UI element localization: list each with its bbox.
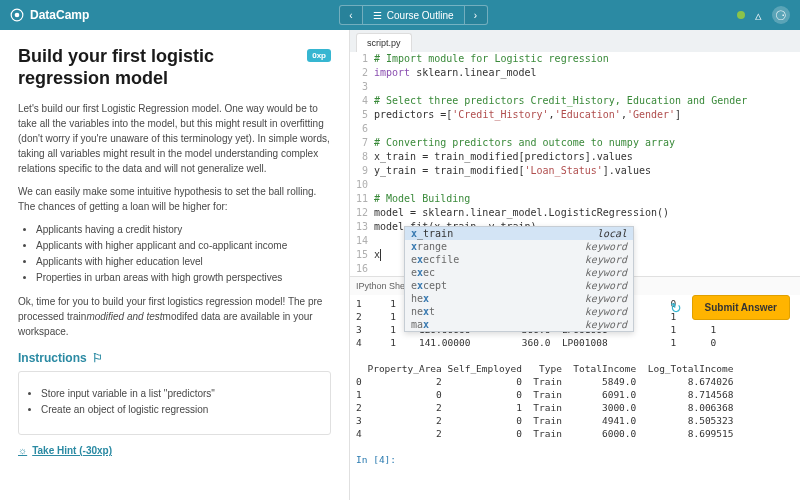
line-number: 11 xyxy=(350,192,374,206)
line-number: 5 xyxy=(350,108,374,122)
bulb-icon: ☼ xyxy=(18,445,27,456)
code-panel: script.py 1# Import module for Logistic … xyxy=(350,30,800,500)
line-number: 16 xyxy=(350,262,374,276)
line-number: 12 xyxy=(350,206,374,220)
list-item: Applicants with higher applicant and co-… xyxy=(36,238,331,254)
code-line[interactable]: 9y_train = train_modified['Loan_Status']… xyxy=(350,164,800,178)
line-number: 10 xyxy=(350,178,374,192)
autocomplete-item[interactable]: execkeyword xyxy=(405,266,633,279)
course-outline-label: Course Outline xyxy=(387,10,454,21)
instructions-heading: Instructions ⚐ xyxy=(18,351,331,365)
datacamp-logo-icon xyxy=(10,8,24,22)
flag-icon: ⚐ xyxy=(92,351,103,365)
list-item: Applicants with higher education level xyxy=(36,254,331,270)
topbar: DataCamp ‹ ☰ Course Outline › ▵ ⚆ xyxy=(0,0,800,30)
brand[interactable]: DataCamp xyxy=(10,8,89,22)
autocomplete-item[interactable]: exceptkeyword xyxy=(405,279,633,292)
line-number: 15 xyxy=(350,248,374,262)
take-hint-link[interactable]: ☼ Take Hint (-30xp) xyxy=(18,445,331,456)
xp-badge: 0xp xyxy=(307,49,331,62)
list-item: Properties in urban areas with high grow… xyxy=(36,270,331,286)
status-indicator-icon xyxy=(737,11,745,19)
line-number: 8 xyxy=(350,150,374,164)
line-number: 3 xyxy=(350,80,374,94)
list-item: Applicants having a credit history xyxy=(36,222,331,238)
lesson-panel: Build your first logistic regression mod… xyxy=(0,30,350,500)
text-cursor-icon xyxy=(380,249,381,261)
code-line[interactable]: 7# Converting predictors and outcome to … xyxy=(350,136,800,150)
menu-icon: ☰ xyxy=(373,10,382,21)
code-line[interactable]: 11# Model Building xyxy=(350,192,800,206)
code-line[interactable]: 10 xyxy=(350,178,800,192)
reset-button[interactable]: ↻ xyxy=(670,300,682,316)
autocomplete-item[interactable]: x_trainlocal xyxy=(405,227,633,240)
autocomplete-item[interactable]: execfilekeyword xyxy=(405,253,633,266)
code-line[interactable]: 6 xyxy=(350,122,800,136)
prev-button[interactable]: ‹ xyxy=(339,5,363,25)
instructions-box: Store input variable in a list "predicto… xyxy=(18,371,331,435)
lesson-paragraph: We can easily make some intuitive hypoth… xyxy=(18,184,331,214)
notifications-icon[interactable]: ▵ xyxy=(755,8,762,23)
course-outline-button[interactable]: ☰ Course Outline xyxy=(363,5,464,25)
submit-answer-button[interactable]: Submit Answer xyxy=(692,295,790,320)
editor-toolbar: ↻ Submit Answer xyxy=(670,295,790,320)
autocomplete-popup[interactable]: x_trainlocalxrangekeywordexecfilekeyword… xyxy=(404,226,634,332)
tab-script[interactable]: script.py xyxy=(356,33,412,52)
code-line[interactable]: 8x_train = train_modified[predictors].va… xyxy=(350,150,800,164)
next-button[interactable]: › xyxy=(464,5,488,25)
line-number: 4 xyxy=(350,94,374,108)
code-line[interactable]: 12model = sklearn.linear_model.LogisticR… xyxy=(350,206,800,220)
line-number: 1 xyxy=(350,52,374,66)
code-line[interactable]: 2import sklearn.linear_model xyxy=(350,66,800,80)
course-nav: ‹ ☰ Course Outline › xyxy=(339,5,488,25)
user-avatar-icon[interactable]: ⚆ xyxy=(772,6,790,24)
line-number: 9 xyxy=(350,164,374,178)
lesson-bullets: Applicants having a credit history Appli… xyxy=(36,222,331,286)
hint-label: Take Hint (-30xp) xyxy=(32,445,112,456)
svg-point-1 xyxy=(15,13,20,18)
lesson-paragraph: Ok, time for you to build your first log… xyxy=(18,294,331,339)
list-item: Create an object of logistic regression xyxy=(41,402,322,418)
code-line[interactable]: 3 xyxy=(350,80,800,94)
line-number: 13 xyxy=(350,220,374,234)
autocomplete-item[interactable]: nextkeyword xyxy=(405,305,633,318)
line-number: 2 xyxy=(350,66,374,80)
autocomplete-item[interactable]: xrangekeyword xyxy=(405,240,633,253)
code-line[interactable]: 4# Select three predictors Credit_Histor… xyxy=(350,94,800,108)
code-line[interactable]: 1# Import module for Logistic regression xyxy=(350,52,800,66)
topbar-right: ▵ ⚆ xyxy=(737,6,790,24)
line-number: 14 xyxy=(350,234,374,248)
page-title: Build your first logistic regression mod… xyxy=(18,46,299,89)
line-number: 6 xyxy=(350,122,374,136)
brand-label: DataCamp xyxy=(30,8,89,22)
autocomplete-item[interactable]: hexkeyword xyxy=(405,292,633,305)
line-number: 7 xyxy=(350,136,374,150)
code-line[interactable]: 5predictors =['Credit_History','Educatio… xyxy=(350,108,800,122)
list-item: Store input variable in a list "predicto… xyxy=(41,386,322,402)
editor-tabs: script.py xyxy=(350,30,800,52)
lesson-paragraph: Let's build our first Logistic Regressio… xyxy=(18,101,331,176)
autocomplete-item[interactable]: maxkeyword xyxy=(405,318,633,331)
